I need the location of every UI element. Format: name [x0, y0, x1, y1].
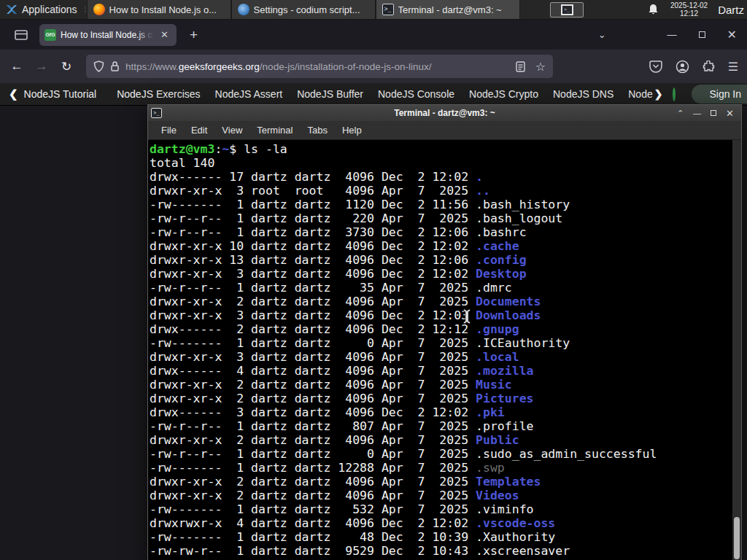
- toolbar-right-icons: ☰: [649, 60, 738, 74]
- file-listing-row: drwxr-xr-x 10 dartz dartz 4096 Dec 2 12:…: [150, 239, 731, 253]
- file-name: .vscode-oss: [476, 516, 555, 530]
- terminal-scrollbar-thumb[interactable]: [734, 517, 740, 559]
- file-meta: -rw------- 1 dartz dartz 1120 Dec 2 11:5…: [150, 198, 476, 211]
- file-meta: drwxr-xr-x 3 dartz dartz 4096 Dec 2 12:0…: [150, 308, 476, 322]
- menu-edit[interactable]: Edit: [184, 122, 214, 138]
- terminal-minimize-button[interactable]: —: [693, 109, 701, 117]
- lock-icon[interactable]: [110, 61, 120, 72]
- window-maximize-button[interactable]: [699, 31, 705, 38]
- firefox-view-icon[interactable]: [10, 26, 32, 44]
- nav-item-truncated[interactable]: Node: [628, 88, 654, 100]
- user-menu[interactable]: Dartz: [718, 4, 744, 16]
- menu-tabs[interactable]: Tabs: [300, 122, 334, 138]
- terminal-maximize-button[interactable]: [711, 110, 716, 116]
- file-name: Downloads: [476, 308, 541, 322]
- window-minimize-button[interactable]: —: [667, 29, 677, 40]
- terminal-output[interactable]: dartz@vm3:~$ ls -la total 140 drwx------…: [148, 140, 741, 560]
- distro-logo-icon: [6, 4, 18, 15]
- file-listing-row: drwxr-xr-x 2 dartz dartz 4096 Apr 7 2025…: [150, 392, 731, 405]
- url-bar[interactable]: https://www.geeksforgeeks.org/node-js/in…: [86, 55, 553, 78]
- file-listing-row: drwx------ 17 dartz dartz 4096 Dec 2 12:…: [150, 170, 731, 184]
- reload-button[interactable]: ↻: [54, 59, 79, 74]
- notification-bell-icon[interactable]: [648, 4, 659, 15]
- nav-item-crypto[interactable]: NodeJS Crypto: [469, 88, 553, 100]
- nav-item-assert[interactable]: NodeJS Assert: [215, 88, 298, 100]
- file-name: .bash_history: [476, 198, 570, 211]
- new-tab-button[interactable]: +: [185, 27, 202, 43]
- file-name: .bashrc: [476, 225, 527, 239]
- menu-file[interactable]: File: [154, 122, 184, 138]
- nav-item-tutorial[interactable]: NodeJS Tutorial: [24, 88, 117, 100]
- file-listing-row: drwxr-xr-x 2 dartz dartz 4096 Apr 7 2025…: [150, 433, 731, 447]
- file-meta: drwxr-xr-x 2 dartz dartz 4096 Apr 7 2025: [150, 392, 476, 405]
- file-name: ..: [476, 184, 490, 198]
- workspace-switcher[interactable]: >_: [550, 2, 584, 18]
- file-meta: -rw------- 1 dartz dartz 12288 Apr 7 202…: [150, 461, 476, 475]
- url-bar-icons: ☆: [516, 60, 546, 74]
- codium-icon: [238, 4, 249, 15]
- browser-nav-toolbar: ← → ↻ https://www.geeksforgeeks.org/node…: [0, 50, 747, 83]
- terminal-shade-button[interactable]: ⌃: [677, 109, 684, 118]
- file-listing-row: -rw------- 1 dartz dartz 48 Dec 2 10:39 …: [150, 530, 731, 544]
- list-all-tabs-icon[interactable]: ⌄: [598, 29, 606, 40]
- taskbar-button-label: Terminal - dartz@vm3: ~: [398, 4, 502, 15]
- file-name: Desktop: [476, 267, 527, 281]
- applications-menu-button[interactable]: Applications: [0, 0, 83, 19]
- back-button[interactable]: ←: [4, 59, 29, 74]
- terminal-scrollbar[interactable]: [732, 140, 741, 560]
- nav-item-dns[interactable]: NodeJS DNS: [553, 88, 628, 100]
- window-close-button[interactable]: ✕: [727, 28, 737, 42]
- nav-scroll-right-icon[interactable]: ❯: [654, 88, 663, 100]
- menu-help[interactable]: Help: [335, 122, 369, 138]
- search-icon[interactable]: [673, 88, 676, 101]
- menu-terminal[interactable]: Terminal: [249, 122, 300, 138]
- tab-close-icon[interactable]: ✕: [158, 28, 171, 42]
- file-meta: drwxr-xr-x 3 root root 4096 Apr 7 2025: [150, 184, 476, 198]
- file-meta: drwxr-xr-x 10 dartz dartz 4096 Dec 2 12:…: [150, 239, 476, 253]
- file-meta: drwx------ 2 dartz dartz 4096 Dec 2 12:1…: [150, 322, 476, 336]
- file-listing: drwx------ 17 dartz dartz 4096 Dec 2 12:…: [150, 170, 731, 558]
- nav-item-console[interactable]: NodeJS Console: [378, 88, 469, 100]
- extensions-icon[interactable]: [703, 61, 715, 73]
- file-meta: -rw-r--r-- 1 dartz dartz 807 Apr 7 2025: [150, 419, 476, 433]
- url-text: https://www.geeksforgeeks.org/node-js/in…: [125, 61, 510, 72]
- file-listing-row: -rw------- 1 dartz dartz 0 Apr 7 2025 .I…: [150, 336, 731, 350]
- file-meta: -rw-r--r-- 1 dartz dartz 0 Apr 7 2025: [150, 447, 476, 461]
- menu-hamburger-icon[interactable]: ☰: [728, 60, 738, 74]
- file-meta: -rw-r--r-- 1 dartz dartz 220 Apr 7 2025: [150, 211, 476, 225]
- file-listing-row: drwxr-xr-x 2 dartz dartz 4096 Apr 7 2025…: [150, 378, 731, 392]
- taskbar-button-firefox[interactable]: How to Install Node.js o...: [87, 0, 231, 19]
- prompt-cwd: ~: [222, 142, 229, 156]
- account-icon[interactable]: [676, 60, 689, 74]
- file-name: .config: [476, 253, 527, 267]
- applications-label: Applications: [22, 4, 77, 15]
- menu-view[interactable]: View: [214, 122, 249, 138]
- bookmark-star-icon[interactable]: ☆: [535, 60, 546, 74]
- gfg-subnav: ❮ NodeJS Tutorial NodeJS Exercises NodeJ…: [0, 83, 747, 106]
- taskbar-button-codium[interactable]: Settings - codium script...: [231, 0, 376, 19]
- shield-icon[interactable]: [93, 61, 104, 72]
- sign-in-button[interactable]: Sign In: [692, 85, 747, 104]
- terminal-close-button[interactable]: ✕: [726, 108, 734, 119]
- file-name: .mozilla: [476, 364, 533, 378]
- forward-button[interactable]: →: [29, 59, 54, 74]
- terminal-icon: >_: [382, 4, 394, 15]
- terminal-titlebar[interactable]: >_ Terminal - dartz@vm3: ~ ⌃ — ✕: [148, 105, 741, 121]
- prompt-colon: :: [214, 142, 222, 156]
- taskbar-button-terminal[interactable]: >_ Terminal - dartz@vm3: ~: [376, 0, 520, 19]
- nav-item-exercises[interactable]: NodeJS Exercises: [117, 88, 214, 100]
- file-meta: -rw-r--r-- 1 dartz dartz 35 Apr 7 2025: [150, 281, 476, 295]
- pocket-icon[interactable]: [649, 60, 662, 73]
- file-listing-row: drwxr-xr-x 2 dartz dartz 4096 Apr 7 2025…: [150, 489, 731, 502]
- clock-widget[interactable]: 2025-12-02 12:12: [670, 1, 708, 18]
- file-listing-row: -rw-r--r-- 1 dartz dartz 220 Apr 7 2025 …: [150, 211, 731, 225]
- url-domain: geeksforgeeks.org: [179, 61, 260, 72]
- reader-mode-icon[interactable]: [516, 61, 525, 72]
- nav-item-buffer[interactable]: NodeJS Buffer: [297, 88, 378, 100]
- file-name: .dmrc: [476, 281, 512, 295]
- nav-scroll-left-icon[interactable]: ❮: [9, 88, 18, 101]
- prompt-user-host: dartz@vm3: [150, 142, 214, 156]
- browser-tab-bar: GfG How to Install Node.js on ✕ + ⌄ — ✕: [0, 20, 747, 50]
- terminal-window-controls: ⌃ — ✕: [677, 108, 734, 119]
- browser-tab-active[interactable]: GfG How to Install Node.js on ✕: [39, 24, 177, 46]
